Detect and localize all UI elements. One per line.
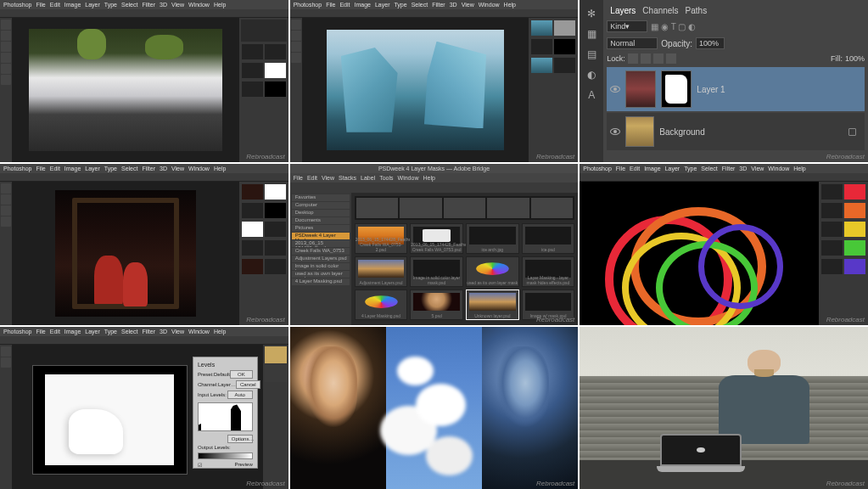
file-thumb[interactable]: Layer Masking - layer mask hides effects…	[522, 256, 575, 287]
right-panels	[263, 345, 288, 489]
cell-layers-panel: ✻ ▦ ▤ ◐ A Layers Channels Paths Kind ▾ ▦…	[580, 0, 868, 162]
type-icon[interactable]: A	[585, 88, 598, 102]
crop-tool-icon[interactable]	[1, 53, 11, 63]
cell-monks: PhotoshopFileEditImageLayerTypeSelectFil…	[0, 164, 288, 326]
file-thumb[interactable]: 2013_06_15_174428_Feather Creek Falls WA…	[410, 223, 463, 254]
options-button[interactable]: Options…	[227, 435, 253, 443]
file-thumb[interactable]: used as its own layer mask	[466, 256, 519, 287]
lasso-tool-icon[interactable]	[1, 42, 11, 52]
move-tool-icon[interactable]	[1, 20, 11, 30]
rebroadcast-watermark: Rebroadcast	[536, 480, 574, 487]
waterfall-image	[29, 29, 222, 151]
tools-panel[interactable]	[0, 182, 12, 326]
layer-mask-thumbnail[interactable]	[661, 70, 692, 108]
preset-select[interactable]: Default	[214, 372, 230, 377]
adjustments-icon[interactable]: ◐	[585, 68, 598, 82]
layer-row-background[interactable]: Background	[607, 113, 865, 150]
portrait-composited	[482, 327, 578, 489]
photoshop-menubar: Photoshop File Edit Image Layer Type Sel…	[0, 0, 288, 9]
rebroadcast-watermark: Rebroadcast	[246, 153, 284, 160]
kind-filter[interactable]: Kind ▾	[607, 20, 647, 32]
file-thumb[interactable]: 2013_06_15_174428_Feather Creek Falls WA…	[355, 223, 408, 254]
elephant-mask-image	[32, 365, 188, 475]
auto-button[interactable]: Auto	[227, 391, 253, 399]
marquee-tool-icon[interactable]	[1, 31, 11, 41]
cell-rings: PhotoshopFileEditImageLayerTypeSelectFil…	[580, 164, 868, 326]
layer-thumbnail[interactable]	[625, 116, 654, 147]
settings-icon[interactable]: ✻	[585, 7, 598, 20]
canvas-viewport[interactable]: Levels Preset:DefaultOK Channel:Layer…Ca…	[12, 345, 263, 489]
options-bar	[290, 9, 579, 18]
blend-mode-select[interactable]: Normal	[607, 37, 658, 49]
preview-strip	[355, 196, 575, 220]
tools-panel[interactable]	[0, 345, 12, 489]
folder-tree[interactable]: Favorites Computer Desktop Documents Pic…	[290, 193, 351, 326]
tab-layers[interactable]: Layers	[610, 6, 636, 15]
laptop	[660, 434, 741, 479]
cell-iceberg: Photoshop File Edit Image Layer Type Sel…	[290, 0, 579, 162]
bridge-toolbar	[290, 183, 579, 193]
photoshop-menubar: Photoshop File Edit Image Layer Type Sel…	[290, 0, 579, 9]
photoshop-menubar: PhotoshopFileEditImageLayerTypeSelectFil…	[580, 164, 868, 173]
bridge-menubar: FileEditViewStacksLabelToolsWindowHelp	[290, 173, 579, 183]
file-thumb[interactable]: Image in solid color layer mask.psd	[410, 256, 463, 287]
fill-input[interactable]: 100%	[845, 54, 865, 63]
photoshop-menubar: PhotoshopFileEditImageLayerTypeSelectFil…	[0, 164, 288, 173]
rebroadcast-watermark: Rebroadcast	[246, 480, 284, 487]
file-thumb-selected[interactable]: Unknown layer.psd	[466, 289, 519, 320]
cancel-button[interactable]: Cancel	[236, 380, 260, 389]
rebroadcast-watermark: Rebroadcast	[826, 480, 865, 487]
layer-row-layer1[interactable]: Layer 1	[607, 67, 865, 111]
tools-panel[interactable]	[0, 18, 12, 162]
swatches-icon[interactable]: ▦	[585, 27, 598, 41]
opacity-input[interactable]: 100%	[696, 37, 725, 49]
cell-waterfall: Photoshop File Edit Image Layer Type Sel…	[0, 0, 288, 162]
navigator-panel[interactable]	[241, 20, 287, 42]
portrait-original	[290, 327, 386, 489]
cell-presenter: Rebroadcast	[580, 327, 868, 489]
layers-strip[interactable]	[241, 43, 287, 60]
opacity-label: Opacity:	[661, 39, 692, 48]
output-gradient[interactable]	[198, 452, 253, 459]
clone-tool-icon[interactable]	[1, 75, 11, 85]
thumbnail-grid: Photoshop File Edit Image Layer Type Sel…	[0, 0, 868, 489]
options-bar	[0, 9, 288, 18]
history-icon[interactable]: ▤	[585, 48, 598, 61]
tab-channels[interactable]: Channels	[642, 6, 678, 15]
file-thumb[interactable]: ice arch.jpg	[466, 223, 519, 254]
file-thumb[interactable]: ice.psd	[522, 223, 575, 254]
cell-bridge: PSDweek 4 Layer Masks — Adobe Bridge Fil…	[290, 164, 579, 326]
photoshop-menubar: PhotoshopFileEditImageLayerTypeSelectFil…	[0, 327, 288, 336]
monks-image	[55, 190, 196, 317]
fill-label: Fill:	[831, 54, 843, 63]
tools-panel[interactable]	[290, 18, 302, 162]
file-thumb[interactable]: Adjustment Layers.psd	[355, 256, 408, 287]
rings-image	[580, 182, 819, 326]
levels-dialog[interactable]: Levels Preset:DefaultOK Channel:Layer…Ca…	[193, 357, 258, 469]
cell-triptych: Rebroadcast	[290, 327, 579, 489]
laptop-screen	[660, 434, 741, 465]
lock-all-icon[interactable]	[666, 53, 676, 64]
file-thumb[interactable]: 4 Layer Masking.psd	[355, 289, 408, 320]
visibility-icon[interactable]	[610, 86, 620, 93]
tab-paths[interactable]: Paths	[686, 6, 708, 15]
rebroadcast-watermark: Rebroadcast	[536, 153, 574, 160]
lock-position-icon[interactable]	[653, 53, 664, 64]
rebroadcast-watermark: Rebroadcast	[246, 316, 284, 323]
ok-button[interactable]: OK	[230, 370, 253, 379]
canvas-viewport[interactable]	[12, 18, 239, 162]
channel-select[interactable]: Layer…	[218, 382, 236, 387]
lock-pixels-icon[interactable]	[641, 53, 651, 64]
right-panels	[239, 182, 288, 326]
canvas-viewport[interactable]	[12, 182, 239, 326]
canvas-viewport[interactable]	[302, 18, 529, 162]
lock-transparency-icon[interactable]	[628, 53, 638, 64]
right-panels	[819, 182, 868, 326]
canvas-viewport[interactable]	[580, 182, 819, 326]
preview-checkbox[interactable]: Preview	[234, 462, 252, 467]
brush-tool-icon[interactable]	[1, 64, 11, 74]
file-thumb[interactable]: 5.psd	[410, 289, 463, 320]
histogram[interactable]	[198, 402, 253, 431]
layer-thumbnail[interactable]	[625, 70, 656, 108]
visibility-icon[interactable]	[610, 128, 620, 135]
